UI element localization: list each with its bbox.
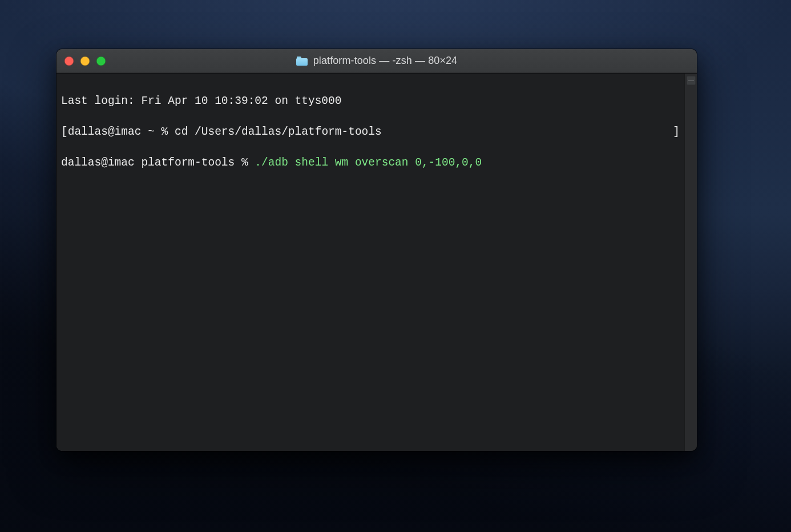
desktop-wallpaper: platform-tools — -zsh — 80×24 Last login… <box>0 0 791 532</box>
shell-command: ./adb shell wm overscan 0,-100,0,0 <box>255 155 482 171</box>
prompt-close-bracket: ] <box>673 124 680 140</box>
terminal-line: Last login: Fri Apr 10 10:39:02 on ttys0… <box>61 94 680 109</box>
terminal-content[interactable]: Last login: Fri Apr 10 10:39:02 on ttys0… <box>56 74 684 451</box>
terminal-window[interactable]: platform-tools — -zsh — 80×24 Last login… <box>56 49 697 451</box>
zoom-button[interactable] <box>96 57 106 66</box>
terminal-viewport[interactable]: Last login: Fri Apr 10 10:39:02 on ttys0… <box>56 73 697 451</box>
shell-command: cd /Users/dallas/platform-tools <box>175 124 382 140</box>
terminal-line: [dallas@imac ~ % cd /Users/dallas/platfo… <box>61 124 680 140</box>
folder-icon <box>296 57 308 66</box>
scroll-button[interactable] <box>687 76 696 85</box>
window-title: platform-tools — -zsh — 80×24 <box>296 55 458 67</box>
window-title-text: platform-tools — -zsh — 80×24 <box>313 55 458 67</box>
minimize-button[interactable] <box>80 57 90 66</box>
terminal-line: dallas@imac platform-tools % ./adb shell… <box>61 155 680 171</box>
shell-prompt: dallas@imac ~ % <box>68 124 175 140</box>
shell-prompt: dallas@imac platform-tools % <box>61 155 255 171</box>
traffic-lights <box>64 57 106 66</box>
window-titlebar[interactable]: platform-tools — -zsh — 80×24 <box>56 49 697 73</box>
vertical-scrollbar[interactable] <box>684 74 697 451</box>
close-button[interactable] <box>64 57 74 66</box>
login-message: Last login: Fri Apr 10 10:39:02 on ttys0… <box>61 94 341 109</box>
prompt-open-bracket: [ <box>61 124 68 140</box>
